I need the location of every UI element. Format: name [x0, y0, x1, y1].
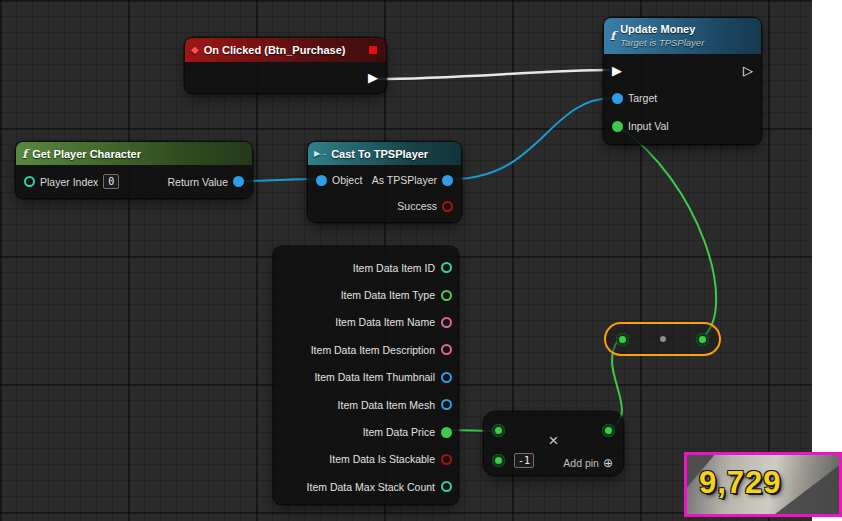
player-index-value[interactable]: 0 [103, 174, 119, 189]
pin-label: Item Data Item Name [335, 316, 435, 328]
struct-pin-row: Item Data Item Mesh [274, 391, 458, 418]
struct-pin-row: Item Data Max Stack Count [274, 473, 458, 500]
return-value-pin[interactable] [233, 176, 244, 187]
node-get-player-character[interactable]: f Get Player Character Player Index 0 Re… [16, 142, 252, 198]
pin-label: Item Data Price [363, 426, 435, 438]
pin-label: Item Data Item Description [311, 344, 435, 356]
reroute-input-pin[interactable] [616, 333, 629, 346]
node-header[interactable]: f Update Money Target is TPSPlayer [604, 18, 761, 54]
pin-label: Return Value [167, 176, 228, 188]
struct-pin-row: Item Data Item ID [274, 254, 458, 281]
item-price-pin[interactable] [441, 427, 452, 438]
object-input-pin[interactable] [316, 175, 327, 186]
exec-in-pin[interactable]: ▶ [612, 64, 622, 77]
add-pin-icon: ⊕ [603, 456, 613, 470]
add-pin-label: Add pin [563, 457, 599, 469]
node-header[interactable]: f Get Player Character [16, 142, 252, 165]
max-stack-count-pin[interactable] [441, 481, 452, 492]
blueprint-graph-canvas[interactable]: ◆ On Clicked (Btn_Purchase) ▶ f Update M… [0, 0, 812, 521]
money-amount: 9,729 [699, 465, 782, 501]
add-pin-button[interactable]: Add pin ⊕ [563, 456, 613, 470]
struct-pin-row: Item Data Is Stackable [274, 446, 458, 473]
node-header[interactable]: ◆ On Clicked (Btn_Purchase) [185, 38, 386, 62]
cast-icon: ▶→ [314, 149, 326, 158]
money-widget-background: 9,729 [687, 455, 839, 514]
node-title: Cast To TPSPlayer [331, 148, 428, 160]
node-cast-to-tpsplayer[interactable]: ▶→ Cast To TPSPlayer Object As TPSPlayer… [308, 142, 461, 222]
multiply-icon: × [549, 432, 559, 449]
object-wire-astpsplayer-target[interactable] [452, 98, 613, 179]
reroute-output-pin[interactable] [696, 333, 709, 346]
pin-label: Item Data Is Stackable [329, 453, 435, 465]
pin-label: Object [332, 174, 362, 186]
money-counter-widget: 9,729 [684, 452, 842, 517]
node-on-clicked[interactable]: ◆ On Clicked (Btn_Purchase) ▶ [185, 38, 386, 93]
pin-label: Item Data Max Stack Count [307, 481, 435, 493]
struct-pin-row: Item Data Item Thumbnail [274, 364, 458, 391]
delegate-pin-icon[interactable] [368, 45, 378, 55]
event-icon: ◆ [191, 45, 199, 55]
pin-label: Item Data Item ID [353, 262, 435, 274]
multiply-input-value[interactable]: -1 [514, 453, 534, 468]
pin-label: Item Data Item Mesh [338, 399, 435, 411]
exec-out-pin[interactable]: ▷ [743, 64, 753, 77]
pin-label: As TPSPlayer [372, 174, 437, 186]
object-wire-returnvalue-object[interactable] [243, 179, 317, 181]
success-pin[interactable] [442, 201, 453, 212]
multiply-output-pin[interactable] [602, 424, 615, 437]
input-val-pin[interactable] [612, 121, 623, 132]
node-multiply[interactable]: -1 × Add pin ⊕ [484, 412, 623, 475]
pin-label: Player Index [40, 176, 98, 188]
struct-pin-row: Item Data Item Type [274, 281, 458, 308]
exec-wire[interactable] [377, 70, 610, 79]
background-panel [812, 0, 842, 521]
reroute-node-selected[interactable] [604, 322, 721, 356]
node-header[interactable]: ▶→ Cast To TPSPlayer [308, 142, 461, 165]
function-icon: f [22, 148, 27, 160]
pin-label: Item Data Item Type [341, 289, 435, 301]
multiply-input-pin-1[interactable] [492, 424, 505, 437]
reroute-knot-icon[interactable] [660, 336, 666, 342]
pin-label: Target [628, 92, 657, 104]
node-break-item-data[interactable]: Item Data Item ID Item Data Item Type It… [274, 247, 458, 504]
item-name-pin[interactable] [441, 317, 452, 328]
struct-pin-row: Item Data Price [274, 418, 458, 445]
node-title: On Clicked (Btn_Purchase) [204, 44, 346, 56]
node-subtitle: Target is TPSPlayer [620, 37, 704, 49]
item-id-pin[interactable] [441, 262, 452, 273]
struct-pin-row: Item Data Item Description [274, 336, 458, 363]
struct-pin-row: Item Data Item Name [274, 309, 458, 336]
number-wire-reroute-inputval[interactable] [619, 127, 716, 338]
item-mesh-pin[interactable] [441, 399, 452, 410]
as-tpsplayer-pin[interactable] [442, 175, 453, 186]
player-index-pin[interactable] [24, 176, 35, 187]
node-update-money[interactable]: f Update Money Target is TPSPlayer ▶ ▷ T… [604, 18, 761, 144]
pin-label: Success [397, 200, 437, 212]
item-type-pin[interactable] [441, 290, 452, 301]
pin-label: Input Val [628, 120, 669, 132]
target-input-pin[interactable] [612, 93, 623, 104]
is-stackable-pin[interactable] [441, 454, 452, 465]
multiply-input-pin-2[interactable] [492, 454, 505, 467]
node-title: Get Player Character [32, 148, 141, 160]
pin-label: Item Data Item Thumbnail [314, 371, 435, 383]
item-description-pin[interactable] [441, 344, 452, 355]
exec-out-pin[interactable]: ▶ [368, 71, 378, 84]
blueprint-editor-screen: ◆ On Clicked (Btn_Purchase) ▶ f Update M… [0, 0, 842, 521]
node-title: Update Money [620, 23, 704, 37]
item-thumbnail-pin[interactable] [441, 372, 452, 383]
function-icon: f [610, 30, 615, 42]
